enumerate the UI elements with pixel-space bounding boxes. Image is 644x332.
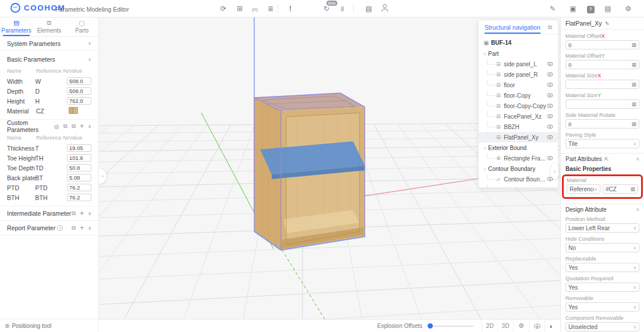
tree-item-side-panel-l[interactable]: ⊟side panel_L bbox=[479, 59, 558, 69]
tree-group-part[interactable]: ∨Part bbox=[479, 48, 558, 59]
tab-parameters[interactable]: ▤Parameters bbox=[0, 17, 33, 36]
formula-calc-icon[interactable]: ▦ bbox=[631, 81, 636, 87]
media-icon[interactable]: ▣ bbox=[568, 4, 578, 13]
field-value-input[interactable] bbox=[568, 42, 631, 48]
refresh-icon[interactable]: ↻beta bbox=[321, 4, 332, 13]
target-icon[interactable]: ◎ bbox=[54, 123, 59, 130]
slider-knob[interactable] bbox=[428, 323, 433, 329]
collapse-chevron-icon[interactable]: ∧ bbox=[636, 156, 639, 162]
positioning-tool-bar[interactable]: ⊕ Positioning tool bbox=[0, 319, 98, 332]
visibility-eye-icon[interactable] bbox=[547, 83, 553, 87]
paving-style-select[interactable]: Tile∨ bbox=[565, 139, 639, 148]
material-offset-x-input[interactable]: ▦ bbox=[565, 40, 639, 49]
quotation-required-select[interactable]: Yes∨ bbox=[565, 283, 639, 292]
expand-panel-icon[interactable]: ⧉ bbox=[548, 24, 552, 31]
import-icon[interactable]: ⧉ bbox=[63, 123, 67, 130]
custom-parameters-header[interactable]: Custom Parameters ◎⧉⧉+∧ bbox=[0, 120, 98, 133]
report-parameter-section[interactable]: Report Parameter ? ⧉ + ∨ bbox=[0, 221, 98, 235]
formula-calc-icon[interactable]: ▦ bbox=[631, 121, 636, 127]
visibility-eye-icon[interactable] bbox=[547, 73, 553, 77]
visibility-eye-icon[interactable] bbox=[547, 115, 553, 119]
structural-navigation-title[interactable]: Structural navigation bbox=[485, 24, 540, 31]
file-icon[interactable]: ▤ bbox=[603, 4, 613, 13]
tree-item-flatpanel-xy[interactable]: ⊟FlatPanel_Xy bbox=[479, 132, 558, 142]
add-parameter-icon[interactable]: + bbox=[80, 122, 84, 130]
parameter-value-input[interactable] bbox=[67, 164, 91, 172]
collapse-nav-panel-handle[interactable]: › bbox=[551, 164, 558, 179]
tree-group-contour-boundary[interactable]: ∨Contour Boundary bbox=[479, 163, 558, 174]
tab-parts[interactable]: ▢Parts bbox=[66, 17, 98, 36]
field-value-input[interactable] bbox=[568, 121, 631, 127]
3d-viewport[interactable]: Structural navigation ⧉ ▣BUF-14∨Part⊟sid… bbox=[99, 17, 560, 332]
design-attribute-section[interactable]: Design Attribute ∧ bbox=[561, 204, 644, 213]
tree-root-buf14[interactable]: ▣BUF-14 bbox=[479, 37, 558, 48]
field-value-input[interactable] bbox=[568, 81, 631, 88]
document-icon[interactable]: ▤ bbox=[364, 4, 374, 13]
tree-item-contour-boundary[interactable]: ▱Contour Boundary bbox=[479, 174, 558, 184]
intermediate-parameter-section[interactable]: Intermediate Parameter ⧉ + ∨ bbox=[0, 206, 98, 220]
side-material-rotate-input[interactable]: ▦ bbox=[565, 119, 639, 128]
basic-parameters-header[interactable]: Basic Parameters ∧ bbox=[0, 53, 98, 66]
help-icon[interactable]: ? bbox=[585, 4, 596, 13]
tree-item-facepanel-xz[interactable]: ⊟FacePanel_Xz bbox=[479, 111, 558, 122]
jump-to-icon[interactable]: ⇱ bbox=[604, 156, 609, 162]
settings-gear-icon[interactable]: ⚙ bbox=[623, 4, 634, 13]
chevron-down-icon[interactable]: ∨ bbox=[88, 211, 91, 216]
tree-item-side-panel-r[interactable]: ⊟side panel_R bbox=[479, 69, 558, 80]
field-value-input[interactable] bbox=[568, 62, 631, 68]
parameter-value-input[interactable] bbox=[67, 184, 91, 191]
component-removable-select[interactable]: Unselected∨ bbox=[565, 322, 639, 331]
formula-calc-icon[interactable]: ▦ bbox=[631, 42, 636, 48]
collapse-chevron-icon[interactable]: ∧ bbox=[88, 57, 91, 62]
material-size-x-input[interactable]: ▦ bbox=[565, 80, 639, 89]
removable-select[interactable]: Yes∨ bbox=[565, 302, 639, 312]
view-2d-button[interactable]: 2D bbox=[482, 320, 497, 332]
rename-pencil-icon[interactable]: ✎ bbox=[604, 20, 609, 27]
cabinet-model[interactable] bbox=[254, 93, 365, 250]
visibility-eye-icon[interactable] bbox=[547, 125, 553, 129]
tree-item-floor-copy[interactable]: ⊟floor-Copy bbox=[479, 90, 558, 101]
system-parameters-section[interactable]: System Parameters ∨ bbox=[0, 37, 98, 51]
viewport-settings-icon[interactable]: ⚙ bbox=[513, 320, 529, 332]
history-icon[interactable]: ! bbox=[285, 4, 296, 13]
material-reference-input[interactable]: #CZ ▦ bbox=[603, 184, 638, 194]
parameter-value-input[interactable] bbox=[67, 87, 91, 95]
formula-calc-icon[interactable]: ▦ bbox=[631, 101, 636, 107]
parameter-value-input[interactable] bbox=[67, 194, 91, 201]
visibility-eye-icon[interactable] bbox=[547, 104, 553, 108]
parameter-value-input[interactable] bbox=[67, 144, 91, 152]
add-parameter-icon[interactable]: + bbox=[80, 209, 84, 217]
visibility-eye-icon[interactable] bbox=[547, 94, 553, 98]
import-icon[interactable]: ⧉ bbox=[72, 210, 76, 217]
tree-item-bbzh[interactable]: ⊟BBZH bbox=[479, 122, 558, 132]
visibility-eye-icon[interactable] bbox=[547, 156, 553, 160]
explosion-offsets-slider[interactable] bbox=[428, 326, 474, 327]
tree-group-exterior-bound[interactable]: ∨Exterior Bound bbox=[479, 142, 558, 153]
visibility-eye-icon[interactable] bbox=[547, 62, 553, 66]
collapse-chevron-icon[interactable]: ∧ bbox=[636, 207, 639, 212]
parameter-value-input[interactable] bbox=[67, 77, 91, 85]
material-swatch[interactable] bbox=[69, 107, 78, 114]
components-icon[interactable]: ⊞ bbox=[234, 4, 245, 13]
collapse-chevron-icon[interactable]: ∧ bbox=[88, 124, 91, 129]
parameter-value-input[interactable] bbox=[67, 174, 91, 181]
sync-version-icon[interactable]: ⟳ bbox=[218, 4, 229, 13]
field-value-input[interactable] bbox=[568, 101, 631, 108]
link-icon[interactable]: ∞ bbox=[337, 4, 348, 13]
visibility-eye-icon[interactable] bbox=[547, 135, 553, 140]
tree-item-floor-copy-copy[interactable]: ⊟floor-Copy-Copy bbox=[479, 101, 558, 111]
part-attributes-section[interactable]: Part Attributes ⇱ ∧ bbox=[561, 153, 644, 162]
parameter-value-input[interactable] bbox=[67, 154, 91, 162]
parameter-value-input[interactable] bbox=[67, 97, 91, 105]
formula-calc-icon[interactable]: ▦ bbox=[630, 186, 635, 192]
tree-item-rectangle-frame[interactable]: ⊛Rectangle Frame bbox=[479, 153, 558, 163]
chevron-down-icon[interactable]: ∨ bbox=[88, 226, 91, 231]
tab-elements[interactable]: ⧉Elements bbox=[33, 17, 65, 36]
material-mode-select[interactable]: Reference ∨ bbox=[567, 184, 600, 194]
export-icon[interactable]: ⧉ bbox=[72, 123, 76, 130]
help-circle-icon[interactable]: ? bbox=[57, 225, 63, 231]
constraint-icon[interactable]: (≡) bbox=[250, 4, 260, 13]
list-settings-icon[interactable]: ≣ bbox=[265, 4, 276, 13]
view-3d-button[interactable]: 3D bbox=[497, 320, 513, 332]
import-icon[interactable]: ⧉ bbox=[72, 224, 76, 231]
